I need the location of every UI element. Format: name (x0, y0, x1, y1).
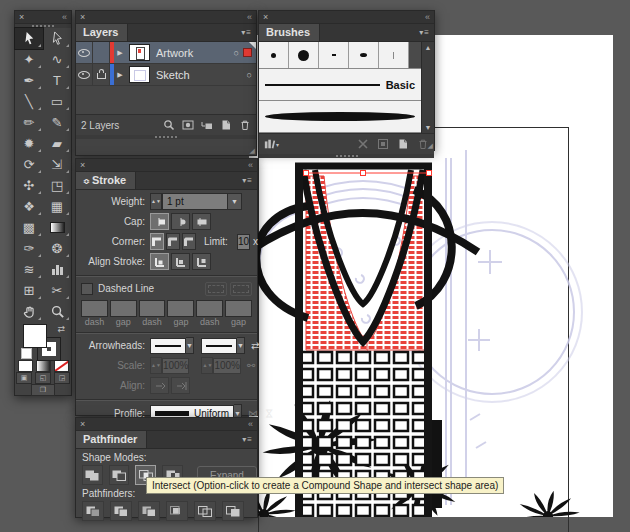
tab-brushes[interactable]: Brushes (259, 24, 320, 41)
swap-arrowheads-icon[interactable]: ⇄ (251, 340, 259, 351)
round-cap-button[interactable] (171, 213, 190, 230)
expand-triangle-icon[interactable]: ▶ (114, 49, 126, 57)
weight-stepper[interactable]: ▲▼ (150, 193, 162, 210)
panel-menu-icon[interactable]: ▾≡ (242, 435, 257, 444)
screen-mode-button[interactable]: ❐ (31, 384, 55, 396)
scroll-down-icon[interactable]: ▼ (425, 124, 432, 131)
artwork-layer[interactable] (249, 170, 478, 342)
preserve-dash-button[interactable] (205, 282, 227, 296)
rotate-tool[interactable]: ⟳ (15, 154, 43, 175)
scrollbar[interactable]: ▲ ▼ (421, 42, 434, 133)
blob-brush-tool[interactable]: ✹ (15, 133, 43, 154)
align-arrow-end-button[interactable] (171, 377, 190, 394)
tab-pathfinder[interactable]: Pathfinder (76, 431, 147, 448)
scale-start-stepper[interactable]: ▲▼ (150, 357, 162, 374)
selection-indicator[interactable] (243, 48, 252, 57)
collapse-panel-icon[interactable]: « (62, 13, 67, 22)
paintbrush-tool[interactable]: ✏ (15, 112, 43, 133)
new-brush-icon[interactable] (397, 138, 409, 150)
visibility-toggle[interactable] (76, 64, 93, 85)
pen-tool[interactable]: ✒ (15, 70, 43, 91)
draw-normal-button[interactable]: ▣ (16, 372, 32, 384)
new-layer-icon[interactable] (220, 119, 232, 131)
color-button[interactable] (18, 360, 33, 372)
layer-thumbnail[interactable] (129, 44, 150, 61)
rectangle-tool[interactable]: ▭ (43, 91, 71, 112)
collapse-panel-icon[interactable]: « (248, 420, 253, 429)
weight-dropdown-icon[interactable]: ▼ (228, 193, 242, 210)
brush-libraries-icon[interactable]: ▾ (264, 138, 279, 150)
panel-menu-icon[interactable]: ▾≡ (242, 176, 257, 185)
visibility-toggle[interactable] (76, 42, 93, 63)
gradient-tool[interactable] (43, 217, 71, 238)
none-button[interactable] (54, 360, 69, 372)
width-tool[interactable]: ✣ (15, 175, 43, 196)
divide-button[interactable] (82, 501, 104, 521)
brushes-panel-header[interactable]: × « (259, 11, 434, 24)
selection-tool[interactable] (15, 28, 43, 49)
dash-field-2[interactable] (139, 300, 166, 317)
brush-swatch-dash[interactable] (319, 42, 349, 68)
limit-field[interactable]: 10 (237, 234, 250, 250)
tab-stroke[interactable]: ≎ Stroke (76, 172, 136, 189)
brush-swatch-dot-small[interactable] (259, 42, 289, 68)
close-icon[interactable]: × (80, 420, 85, 429)
resize-grip[interactable]: ◢ (428, 142, 433, 149)
miter-join-button[interactable] (150, 233, 164, 250)
dash-field-1[interactable] (110, 300, 137, 317)
layer-row-artwork[interactable]: ▶ Artwork ○ (76, 42, 256, 64)
arrowhead-end-dropdown-icon[interactable]: ▼ (237, 337, 245, 354)
tools-panel-header[interactable]: × « (15, 11, 71, 24)
dash-field-0[interactable] (81, 300, 108, 317)
panel-menu-icon[interactable]: ▾≡ (419, 28, 434, 37)
align-center-button[interactable] (150, 253, 169, 270)
arrowhead-start-select[interactable] (150, 338, 186, 354)
new-sublayer-icon[interactable] (201, 119, 213, 131)
scale-start-field[interactable]: 100% (162, 358, 190, 374)
options-of-selected-icon[interactable] (377, 138, 389, 150)
expand-triangle-icon[interactable]: ▶ (114, 71, 126, 79)
tab-layers[interactable]: Layers (76, 24, 128, 41)
close-icon[interactable]: × (80, 13, 85, 22)
column-graph-tool[interactable] (43, 259, 71, 280)
gradient-button[interactable] (36, 360, 51, 372)
align-dash-button[interactable] (230, 282, 252, 296)
draw-behind-button[interactable]: ◱ (35, 372, 51, 384)
target-circle-icon[interactable]: ○ (234, 48, 243, 58)
lasso-tool[interactable]: ∿ (43, 49, 71, 70)
bevel-join-button[interactable] (182, 233, 196, 250)
align-outside-button[interactable] (192, 253, 211, 270)
pencil-tool[interactable]: ✎ (43, 112, 71, 133)
butt-cap-button[interactable] (150, 213, 169, 230)
scroll-up-icon[interactable]: ▲ (425, 44, 432, 51)
minus-front-button[interactable] (109, 465, 130, 485)
pathfinder-panel-header[interactable]: × « (76, 418, 257, 431)
brush-swatch-vline[interactable] (379, 42, 409, 68)
lock-toggle[interactable] (93, 42, 110, 63)
weight-select[interactable]: 1 pt (162, 193, 228, 210)
close-icon[interactable]: × (263, 13, 268, 22)
brush-swatch-tapered[interactable] (259, 101, 421, 133)
default-fill-stroke-icon[interactable] (21, 348, 32, 359)
eyedropper-tool[interactable]: ✑ (15, 238, 43, 259)
align-inside-button[interactable] (171, 253, 190, 270)
resize-grip[interactable]: ◢ (250, 147, 255, 154)
perspective-grid-tool[interactable]: ▦ (43, 196, 71, 217)
line-segment-tool[interactable]: ╲ (15, 91, 43, 112)
close-icon[interactable]: × (80, 161, 85, 170)
panel-menu-icon[interactable]: ▾≡ (241, 28, 256, 37)
layer-name[interactable]: Sketch (156, 69, 190, 81)
fill-color-swatch[interactable] (23, 324, 47, 348)
arrowhead-start-dropdown-icon[interactable]: ▼ (186, 337, 194, 354)
unite-button[interactable] (82, 465, 103, 485)
stroke-panel-header[interactable]: × « (76, 159, 257, 172)
blend-tool[interactable]: ❂ (43, 238, 71, 259)
magic-wand-tool[interactable]: ✦ (15, 49, 43, 70)
merge-button[interactable] (138, 501, 160, 521)
lock-toggle[interactable] (93, 64, 110, 85)
crop-button[interactable] (166, 501, 188, 521)
collapse-panel-icon[interactable]: « (248, 161, 253, 170)
brush-swatch-basic[interactable]: Basic (259, 69, 421, 101)
outline-button[interactable] (194, 501, 216, 521)
target-circle-icon[interactable]: ○ (247, 70, 256, 80)
